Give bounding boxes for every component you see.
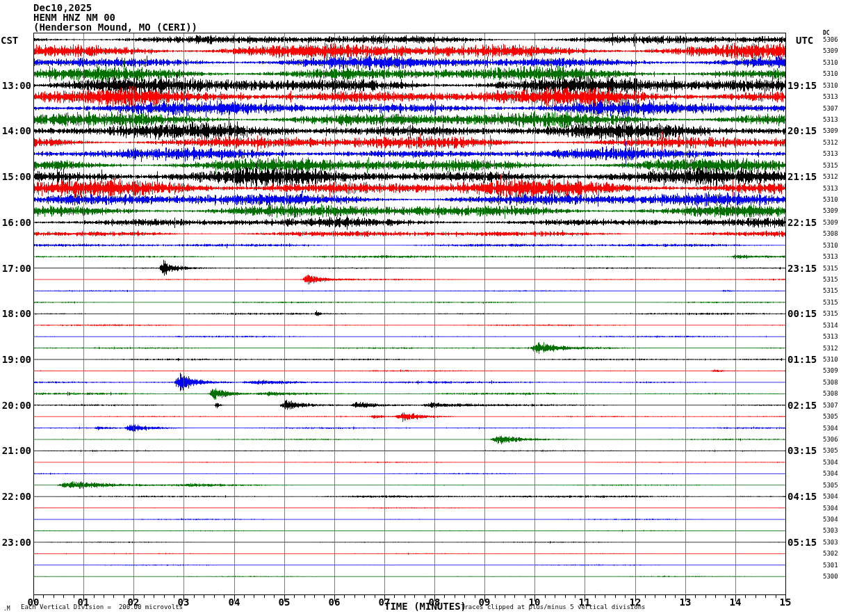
trace-count-label: 5309: [823, 207, 838, 214]
trace-count-label: 5300: [823, 573, 838, 580]
trace-count-label: 5310: [823, 59, 838, 66]
right-time-label: 19:15: [787, 80, 817, 91]
dc-label: DC: [823, 30, 830, 36]
trace-count-label: 5304: [823, 459, 838, 466]
right-time-label: 02:15: [787, 400, 817, 411]
trace-count-label: 5312: [823, 345, 838, 352]
left-time-label: 13:00: [1, 80, 31, 91]
trace-count-label: 5315: [823, 299, 838, 306]
right-timezone-label: UTC: [796, 35, 813, 46]
trace-count-label: 5304: [823, 493, 838, 500]
left-time-label: 14:00: [1, 125, 31, 136]
trace-count-label: 5304: [823, 425, 838, 432]
trace-count-label: 5313: [823, 333, 838, 340]
trace-count-label: 5307: [823, 105, 838, 112]
trace-count-label: 5306: [823, 36, 838, 43]
x-axis-title: TIME (MINUTES): [384, 601, 466, 612]
trace-count-label: 5315: [823, 287, 838, 294]
right-time-label: 04:15: [787, 491, 817, 502]
station-name: (Henderson Mound, MO (CERI)): [33, 22, 197, 33]
trace-count-label: 5304: [823, 516, 838, 523]
trace-count-label: 5309: [823, 127, 838, 134]
left-time-label: 16:00: [1, 217, 31, 228]
right-time-label: 20:15: [787, 125, 817, 136]
trace-count-label: 5309: [823, 47, 838, 54]
left-time-label: 21:00: [1, 445, 31, 456]
scale-note: Each Vertical Division = 200.00 microvol…: [21, 603, 183, 610]
x-tick-label: 15: [776, 597, 795, 608]
left-time-label: 23:00: [1, 537, 31, 548]
trace-count-label: 5305: [823, 482, 838, 489]
trace-count-label: 5308: [823, 379, 838, 386]
left-time-label: 19:00: [1, 354, 31, 365]
left-time-label: 18:00: [1, 308, 31, 319]
right-time-label: 00:15: [787, 308, 817, 319]
trace-count-label: 5315: [823, 265, 838, 272]
trace-count-label: 5310: [823, 196, 838, 203]
x-tick-label: 05: [275, 597, 294, 608]
x-tick-label: 14: [726, 597, 745, 608]
trace-count-label: 5310: [823, 242, 838, 249]
left-time-label: 17:00: [1, 263, 31, 274]
trace-count-label: 5313: [823, 185, 838, 192]
trace-count-label: 5304: [823, 505, 838, 512]
trace-count-label: 5313: [823, 150, 838, 157]
trace-count-label: 5310: [823, 82, 838, 89]
trace-count-label: 5312: [823, 173, 838, 180]
trace-count-label: 5314: [823, 322, 838, 329]
trace-count-label: 5303: [823, 527, 838, 534]
x-tick-label: 04: [224, 597, 244, 608]
left-time-label: 22:00: [1, 491, 31, 502]
trace-count-label: 5310: [823, 70, 838, 77]
x-tick-label: 06: [325, 597, 344, 608]
trace-count-label: 5308: [823, 230, 838, 237]
right-time-label: 21:15: [787, 171, 817, 182]
trace-count-label: 5308: [823, 390, 838, 397]
helicorder-canvas: [0, 0, 841, 616]
x-tick-label: 13: [676, 597, 695, 608]
trace-count-label: 5313: [823, 253, 838, 260]
right-time-label: 05:15: [787, 537, 817, 548]
right-time-label: 22:15: [787, 217, 817, 228]
webicorder-page: Dec10,2025 HENM HNZ NM 00 (Henderson Mou…: [0, 0, 841, 616]
trace-count-label: 5315: [823, 162, 838, 169]
left-time-label: 20:00: [1, 400, 31, 411]
trace-count-label: 5310: [823, 356, 838, 363]
trace-count-label: 5303: [823, 539, 838, 546]
trace-count-label: 5305: [823, 413, 838, 420]
trace-count-label: 5315: [823, 310, 838, 317]
left-timezone-label: CST: [1, 35, 18, 46]
clip-note: Traces clipped at plus/minus 5 vertical …: [461, 603, 646, 610]
right-time-label: 03:15: [787, 445, 817, 456]
trace-count-label: 5309: [823, 219, 838, 226]
watermark: .M: [3, 606, 10, 612]
trace-count-label: 5301: [823, 562, 838, 569]
trace-count-label: 5313: [823, 116, 838, 123]
trace-count-label: 5304: [823, 470, 838, 477]
left-time-label: 15:00: [1, 171, 31, 182]
trace-count-label: 5313: [823, 93, 838, 100]
right-time-label: 23:15: [787, 263, 817, 274]
trace-count-label: 5312: [823, 139, 838, 146]
trace-count-label: 5305: [823, 447, 838, 454]
trace-count-label: 5309: [823, 367, 838, 374]
trace-count-label: 5307: [823, 402, 838, 409]
right-time-label: 01:15: [787, 354, 817, 365]
trace-count-label: 5302: [823, 550, 838, 557]
trace-count-label: 5315: [823, 276, 838, 283]
trace-count-label: 5306: [823, 436, 838, 443]
